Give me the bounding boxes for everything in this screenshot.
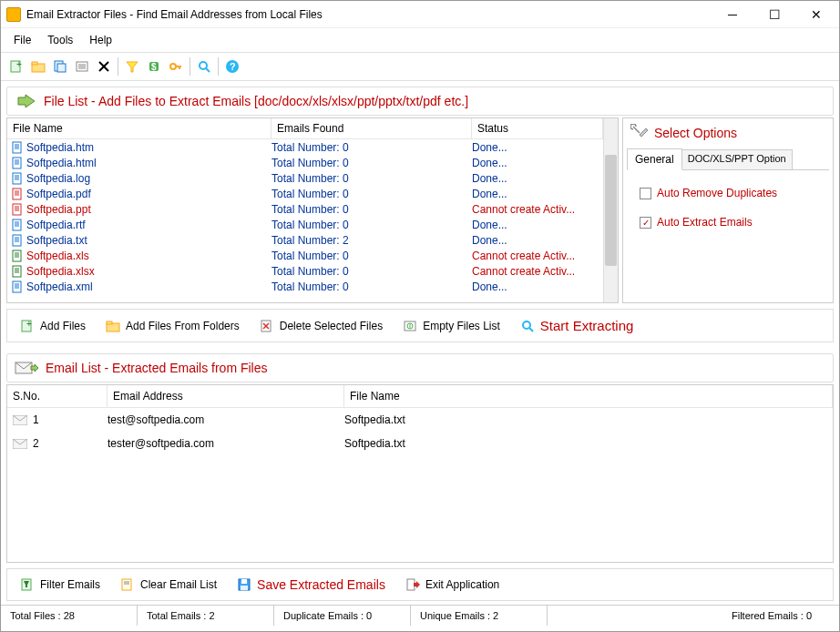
delete-selected-files-button[interactable]: Delete Selected Files — [251, 315, 391, 337]
tb-delete-icon[interactable] — [94, 56, 114, 76]
svg-rect-60 — [13, 281, 21, 292]
col-file-name[interactable]: File Name — [7, 118, 271, 138]
menu-file[interactable]: File — [6, 32, 38, 48]
tb-folder-icon[interactable] — [28, 56, 48, 76]
status-cell: Done... — [472, 141, 603, 154]
svg-point-18 — [200, 62, 207, 69]
add-folders-label: Add Files From Folders — [126, 320, 240, 332]
checkbox-unchecked-icon — [640, 188, 651, 199]
emails-found-cell: Total Number: 0 — [271, 172, 472, 185]
svg-rect-82 — [122, 579, 131, 590]
col-email-filename[interactable]: File Name — [344, 385, 833, 407]
file-row[interactable]: Softpedia.xlsTotal Number: 0Cannot creat… — [7, 248, 603, 263]
file-name-cell: Softpedia.log — [7, 172, 271, 185]
emails-found-cell: Total Number: 0 — [271, 157, 472, 169]
file-name-cell: Softpedia.pdf — [7, 188, 271, 200]
status-total-emails: Total Emails : 2 — [138, 606, 274, 626]
filter-label: Filter Emails — [40, 578, 100, 591]
svg-rect-24 — [13, 142, 21, 153]
window-controls: ─ ☐ ✕ — [712, 1, 837, 28]
file-list-header: File Name Emails Found Status — [7, 118, 603, 139]
file-row[interactable]: Softpedia.txtTotal Number: 2Done... — [7, 232, 603, 248]
minimize-button[interactable]: ─ — [712, 1, 753, 28]
exit-icon — [405, 577, 420, 592]
filter-emails-button[interactable]: Filter Emails — [12, 574, 108, 596]
scrollbar-thumb[interactable] — [605, 155, 617, 265]
menu-help[interactable]: Help — [82, 32, 119, 48]
email-row[interactable]: 1test@softpedia.comSoftpedia.txt — [7, 408, 833, 432]
emails-found-cell: Total Number: 0 — [271, 188, 472, 200]
file-row[interactable]: Softpedia.xlsxTotal Number: 0Cannot crea… — [7, 263, 603, 279]
file-name-cell: Softpedia.rtf — [7, 219, 271, 231]
file-row[interactable]: Softpedia.htmTotal Number: 0Done... — [7, 139, 603, 155]
toolbar-separator — [190, 57, 190, 76]
file-name-text: Softpedia.xml — [26, 280, 93, 293]
file-row[interactable]: Softpedia.rtfTotal Number: 0Done... — [7, 217, 603, 232]
file-icon — [11, 250, 24, 262]
tb-help-icon[interactable]: ? — [222, 56, 242, 76]
menu-tools[interactable]: Tools — [40, 32, 80, 48]
envelope-icon — [13, 439, 27, 449]
tab-general[interactable]: General — [627, 148, 682, 170]
maximize-button[interactable]: ☐ — [753, 1, 795, 28]
file-icon — [11, 280, 24, 293]
svg-rect-32 — [13, 173, 21, 184]
svg-line-75 — [529, 328, 533, 331]
status-cell: Done... — [472, 219, 603, 231]
status-bar: Total Files : 28 Total Emails : 2 Duplic… — [1, 605, 839, 626]
file-icon — [11, 203, 24, 216]
checkbox-auto-extract-emails[interactable]: ✓ Auto Extract Emails — [640, 216, 822, 229]
tb-list-icon[interactable] — [72, 56, 92, 76]
svg-text:?: ? — [230, 61, 236, 72]
email-list-section-header: Email List - Extracted Emails from Files — [6, 353, 834, 382]
col-sno[interactable]: S.No. — [7, 385, 108, 407]
tb-add-file-icon[interactable]: + — [6, 56, 26, 76]
tb-search-icon[interactable] — [194, 56, 214, 76]
exit-application-button[interactable]: Exit Application — [397, 574, 507, 596]
envelope-icon — [13, 415, 27, 425]
status-filtered-emails: Filtered Emails : 0 — [548, 606, 839, 626]
close-button[interactable]: ✕ — [795, 1, 837, 28]
file-row[interactable]: Softpedia.pptTotal Number: 0Cannot creat… — [7, 201, 603, 217]
file-name-text: Softpedia.ppt — [26, 203, 91, 216]
tab-doc-xls-ppt[interactable]: DOC/XLS/PPT Option — [681, 149, 793, 169]
col-email-address[interactable]: Email Address — [108, 385, 344, 407]
svg-rect-88 — [407, 579, 415, 590]
tb-copy-icon[interactable] — [50, 56, 70, 76]
tb-dollar-icon[interactable]: $ — [144, 56, 164, 76]
empty-files-list-button[interactable]: Empty Files List — [394, 315, 508, 337]
col-status[interactable]: Status — [472, 118, 603, 138]
options-panel: Select Options General DOC/XLS/PPT Optio… — [622, 117, 834, 303]
add-files-from-folders-button[interactable]: Add Files From Folders — [97, 315, 248, 337]
checkbox-auto-remove-duplicates[interactable]: Auto Remove Duplicates — [640, 187, 822, 199]
file-name-text: Softpedia.rtf — [26, 219, 86, 231]
start-extracting-button[interactable]: Start Extracting — [512, 314, 642, 337]
file-list-section-header: File List - Add Files to Extract Emails … — [6, 87, 834, 116]
clear-email-list-button[interactable]: Clear Email List — [112, 574, 225, 596]
status-cell: Done... — [472, 188, 603, 200]
file-list-body[interactable]: Softpedia.htmTotal Number: 0Done...Softp… — [7, 139, 603, 302]
file-row[interactable]: Softpedia.htmlTotal Number: 0Done... — [7, 155, 603, 170]
tb-filter-icon[interactable] — [122, 56, 142, 76]
status-cell: Done... — [472, 172, 603, 185]
file-row[interactable]: Softpedia.xmlTotal Number: 0Done... — [7, 279, 603, 294]
file-row[interactable]: Softpedia.logTotal Number: 0Done... — [7, 170, 603, 186]
emails-found-cell: Total Number: 0 — [271, 219, 472, 231]
add-files-button[interactable]: + Add Files — [12, 315, 94, 337]
sno-text: 2 — [33, 437, 39, 450]
folder-icon — [106, 319, 120, 333]
cb-extract-label: Auto Extract Emails — [657, 216, 753, 229]
svg-marker-12 — [127, 62, 138, 72]
search-icon — [520, 319, 535, 333]
email-list-body[interactable]: 1test@softpedia.comSoftpedia.txt2tester@… — [7, 408, 833, 562]
save-extracted-emails-button[interactable]: Save Extracted Emails — [229, 574, 394, 596]
menu-bar: File Tools Help — [1, 28, 839, 53]
status-total-files: Total Files : 28 — [1, 606, 138, 626]
file-name-cell: Softpedia.xlsx — [7, 265, 271, 278]
email-row[interactable]: 2tester@softpedia.comSoftpedia.txt — [7, 432, 833, 455]
scrollbar[interactable] — [603, 118, 618, 302]
tb-key-icon[interactable] — [166, 56, 186, 76]
col-emails-found[interactable]: Emails Found — [271, 118, 472, 138]
file-row[interactable]: Softpedia.pdfTotal Number: 0Done... — [7, 186, 603, 201]
email-address-cell: test@softpedia.com — [108, 413, 344, 426]
